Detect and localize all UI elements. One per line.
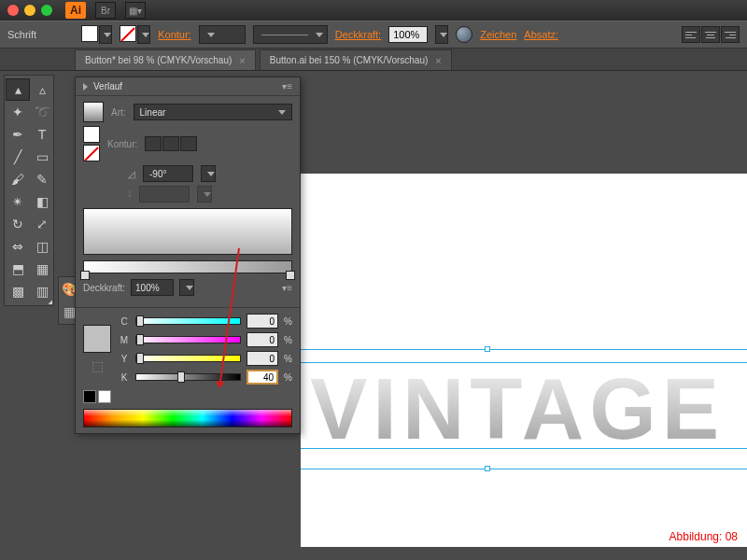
stroke-weight-dropdown[interactable] <box>199 25 246 44</box>
document-tab-2[interactable]: Button.ai bei 150 % (CMYK/Vorschau) × <box>260 49 452 70</box>
window-minimize-button[interactable] <box>24 5 35 16</box>
cyan-value[interactable]: 0 <box>247 314 278 329</box>
line-tool[interactable]: ╱ <box>7 147 29 167</box>
fill-mini-swatch[interactable] <box>83 126 100 143</box>
aspect-field <box>139 186 190 203</box>
paintbrush-tool[interactable]: 🖌 <box>7 169 29 189</box>
stop-opacity-dropdown[interactable] <box>179 279 194 296</box>
black-value[interactable]: 40 <box>247 370 278 385</box>
gradient-preview[interactable] <box>83 208 292 255</box>
gradient-type-dropdown[interactable]: Linear <box>134 104 292 120</box>
document-tab-1[interactable]: Button* bei 98 % (CMYK/Vorschau) × <box>75 49 256 70</box>
app-logo: Ai <box>65 2 86 19</box>
black-slider[interactable] <box>135 373 241 381</box>
guide-line <box>301 349 747 350</box>
doc-tab-label: Button* bei 98 % (CMYK/Vorschau) <box>85 55 232 65</box>
window-titlebar: Ai Br ▦▾ <box>0 0 747 21</box>
channel-label: C <box>119 316 130 327</box>
color-spectrum[interactable] <box>83 409 292 427</box>
pencil-tool[interactable]: ✎ <box>31 169 53 189</box>
panel-menu-icon[interactable]: ▾≡ <box>282 81 292 91</box>
yellow-slider[interactable] <box>135 355 241 362</box>
bridge-button[interactable]: Br <box>95 2 116 19</box>
guide-line <box>301 448 747 449</box>
gradient-type-value: Linear <box>140 107 166 118</box>
selection-handle[interactable] <box>485 466 490 471</box>
opacity-dropdown[interactable] <box>435 25 448 44</box>
angle-field[interactable]: -90° <box>143 165 193 182</box>
window-close-button[interactable] <box>7 5 19 16</box>
stroke-dropdown[interactable] <box>137 25 150 44</box>
kontur-link[interactable]: Kontur: <box>158 29 190 40</box>
absatz-link[interactable]: Absatz: <box>524 29 558 40</box>
scale-tool[interactable]: ⤢ <box>31 214 53 234</box>
schrift-label: Schrift <box>7 29 36 40</box>
free-transform-tool[interactable]: ◫ <box>31 236 53 257</box>
angle-dropdown[interactable] <box>201 165 216 182</box>
tools-panel: ▴ ▵ ✦ ➰ ✒ T ╱ ▭ 🖌 ✎ ✴ ◧ ↻ ⤢ ⇔ ◫ ⬒ ▦ ▩ ▥ <box>4 75 54 306</box>
magic-wand-tool[interactable]: ✦ <box>7 102 29 122</box>
gradient-stop-right[interactable] <box>286 271 295 280</box>
lasso-tool[interactable]: ➰ <box>31 102 53 122</box>
yellow-value[interactable]: 0 <box>247 351 278 366</box>
shape-builder-tool[interactable]: ⬒ <box>7 259 29 279</box>
magenta-value[interactable]: 0 <box>247 332 278 347</box>
globe-icon[interactable] <box>456 26 472 43</box>
bw-swatches[interactable] <box>83 390 292 403</box>
gradient-tool[interactable]: ▥ <box>31 281 53 301</box>
eraser-tool[interactable]: ◧ <box>31 191 53 212</box>
magenta-slider[interactable] <box>135 336 241 343</box>
opacity-field[interactable]: 100% <box>388 26 428 43</box>
control-bar: Schrift Kontur: Deckkraft: 100% Zeichen … <box>0 21 747 49</box>
gradient-panel-tab[interactable]: Verlauf ▾≡ <box>76 77 300 96</box>
window-maximize-button[interactable] <box>41 5 52 16</box>
align-right-button[interactable] <box>721 26 740 43</box>
direct-selection-tool[interactable]: ▵ <box>31 79 53 100</box>
close-icon[interactable]: × <box>435 55 441 66</box>
stroke-mini-swatch[interactable] <box>83 145 100 161</box>
percent-label: % <box>284 354 292 364</box>
perspective-tool[interactable]: ▦ <box>31 259 53 279</box>
gradient-ramp[interactable] <box>83 260 292 273</box>
blob-brush-tool[interactable]: ✴ <box>7 191 29 212</box>
panel-menu-icon[interactable]: ▾≡ <box>282 283 292 293</box>
rectangle-tool[interactable]: ▭ <box>31 147 53 167</box>
cyan-slider[interactable] <box>135 317 241 325</box>
fill-dropdown[interactable] <box>99 25 112 44</box>
cube-icon[interactable]: ⬚ <box>92 358 104 373</box>
aspect-dropdown <box>197 186 212 203</box>
color-panel: ⬚ C 0 % M 0 % Y 0 <box>76 307 300 433</box>
fill-swatch[interactable] <box>81 25 98 42</box>
color-preview-swatch[interactable] <box>83 325 111 353</box>
zeichen-link[interactable]: Zeichen <box>480 29 516 40</box>
mesh-tool[interactable]: ▩ <box>7 281 29 301</box>
gradient-panel-group: Verlauf ▾≡ Art: Linear Kontur: ◿ -90° ⟟ <box>75 77 301 434</box>
text-object[interactable]: VINTAGE <box>310 360 725 458</box>
align-center-button[interactable] <box>701 26 720 43</box>
align-left-button[interactable] <box>682 26 700 43</box>
stop-opacity-field[interactable]: 100% <box>131 279 174 296</box>
artboard[interactable]: VINTAGE Abbildung: 08 <box>301 174 747 547</box>
stroke-align-buttons[interactable] <box>145 136 197 151</box>
stroke-style-dropdown[interactable] <box>253 25 328 44</box>
stroke-swatch[interactable] <box>120 25 136 42</box>
selection-handle[interactable] <box>485 346 490 352</box>
selection-tool[interactable]: ▴ <box>7 79 29 100</box>
document-tab-bar: Button* bei 98 % (CMYK/Vorschau) × Butto… <box>0 49 747 71</box>
deckkraft-link[interactable]: Deckkraft: <box>335 29 382 40</box>
figure-caption: Abbildung: 08 <box>669 530 738 543</box>
percent-label: % <box>284 335 292 345</box>
layout-button[interactable]: ▦▾ <box>125 2 146 19</box>
guide-line <box>301 469 747 469</box>
panel-title: Verlauf <box>93 81 122 91</box>
close-icon[interactable]: × <box>239 55 245 66</box>
kontur-label: Kontur: <box>107 139 137 149</box>
width-tool[interactable]: ⇔ <box>7 236 29 257</box>
gradient-stop-left[interactable] <box>80 271 90 280</box>
doc-tab-label: Button.ai bei 150 % (CMYK/Vorschau) <box>270 55 429 65</box>
pen-tool[interactable]: ✒ <box>7 124 29 145</box>
percent-label: % <box>284 316 292 327</box>
gradient-swatch[interactable] <box>83 102 104 122</box>
type-tool[interactable]: T <box>31 124 53 145</box>
rotate-tool[interactable]: ↻ <box>7 214 29 234</box>
